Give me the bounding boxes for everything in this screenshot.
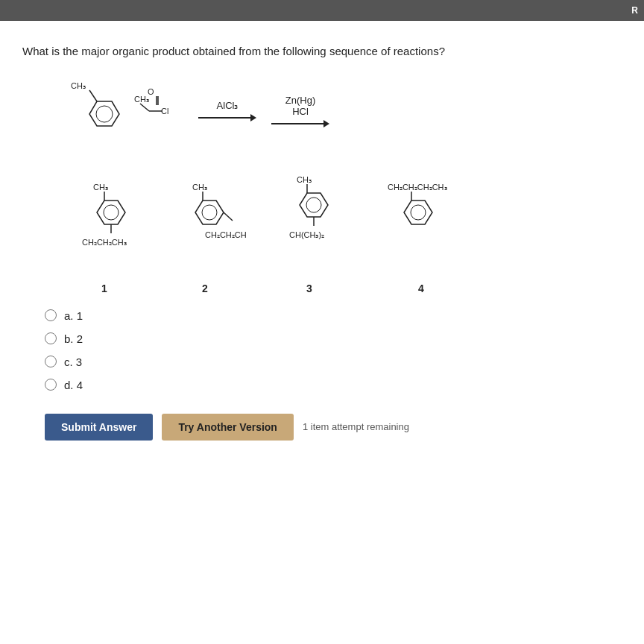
svg-line-9 [140, 104, 149, 111]
attempt-info: 1 item attempt remaining [303, 421, 409, 432]
svg-text:CH₂CH₂CH₃: CH₂CH₂CH₃ [82, 238, 127, 247]
svg-text:CH₂CH₂CH₃: CH₂CH₂CH₃ [205, 230, 246, 239]
svg-marker-25 [300, 193, 328, 217]
svg-marker-13 [97, 201, 125, 224]
choice-1-svg: CH₃ CH₂CH₂CH₃ [67, 180, 142, 277]
choice-4-svg: CH₂CH₂CH₂CH₃ [373, 180, 470, 277]
choice-2-number: 2 [202, 282, 208, 294]
svg-line-1 [89, 90, 97, 101]
svg-point-20 [202, 205, 217, 220]
svg-point-32 [411, 205, 426, 220]
label-a: a. 1 [64, 309, 83, 322]
top-bar-label: R [631, 5, 638, 16]
reaction-area: CH₃ O Cl [67, 75, 614, 150]
svg-line-21 [224, 212, 233, 221]
option-d[interactable]: d. 4 [45, 379, 614, 391]
choice-3-svg: CH₃ CH(CH₃)₂ [268, 172, 350, 277]
submit-button[interactable]: Submit Answer [45, 414, 153, 441]
svg-text:CH(CH₃)₂: CH(CH₃)₂ [289, 230, 324, 239]
svg-point-3 [96, 106, 113, 122]
label-b: b. 2 [64, 332, 83, 345]
svg-marker-19 [195, 201, 224, 224]
option-b[interactable]: b. 2 [45, 332, 614, 345]
top-bar: R [0, 0, 644, 21]
choice-1-number: 1 [101, 282, 107, 294]
choice-3-number: 3 [306, 282, 312, 294]
radio-c[interactable] [45, 356, 57, 367]
acyl-chloride-svg: O Cl CH₃ [134, 83, 186, 142]
choice-3: CH₃ CH(CH₃)₂ 3 [268, 172, 350, 294]
svg-point-26 [306, 198, 321, 212]
option-a[interactable]: a. 1 [45, 309, 614, 322]
question-text: What is the major organic product obtain… [22, 43, 614, 60]
try-another-button[interactable]: Try Another Version [162, 414, 294, 441]
svg-text:CH₃: CH₃ [297, 175, 312, 184]
reactant-toluene: CH₃ [67, 75, 127, 150]
svg-text:CH₂CH₂CH₂CH₃: CH₂CH₂CH₂CH₃ [388, 183, 447, 192]
arrow-znhg: Zn(Hg) HCl [271, 95, 329, 130]
option-c[interactable]: c. 3 [45, 356, 614, 368]
toluene-svg: CH₃ [67, 75, 127, 150]
alcl3-label: AlCl₃ [217, 100, 239, 111]
arrow-alcl3: AlCl₃ [198, 100, 256, 124]
svg-text:CH₃: CH₃ [134, 95, 149, 104]
choice-2-svg: CH₃ CH₂CH₂CH₃ [164, 180, 246, 277]
choice-4: CH₂CH₂CH₂CH₃ 4 [373, 180, 470, 294]
acyl-chloride-container: O Cl CH₃ [134, 83, 186, 142]
svg-marker-31 [404, 201, 432, 224]
choice-4-number: 4 [418, 282, 424, 294]
choice-2: CH₃ CH₂CH₂CH₃ 2 [164, 180, 246, 294]
radio-d[interactable] [45, 379, 57, 391]
label-c: c. 3 [64, 356, 82, 368]
radio-a[interactable] [45, 309, 57, 321]
main-content: What is the major organic product obtain… [0, 21, 644, 463]
svg-text:CH₃: CH₃ [93, 183, 108, 192]
radio-b[interactable] [45, 332, 57, 344]
svg-point-14 [104, 205, 119, 220]
znhg-label: Zn(Hg) HCl [285, 95, 315, 117]
label-d: d. 4 [64, 379, 83, 391]
choices-grid: CH₃ CH₂CH₂CH₃ 1 CH₃ CH₂ [67, 172, 614, 294]
choice-1: CH₃ CH₂CH₂CH₃ 1 [67, 180, 142, 294]
svg-text:CH₃: CH₃ [192, 183, 207, 192]
button-row: Submit Answer Try Another Version 1 item… [45, 414, 614, 441]
svg-text:CH₃: CH₃ [71, 81, 86, 90]
radio-options: a. 1 b. 2 c. 3 d. 4 [45, 309, 614, 391]
